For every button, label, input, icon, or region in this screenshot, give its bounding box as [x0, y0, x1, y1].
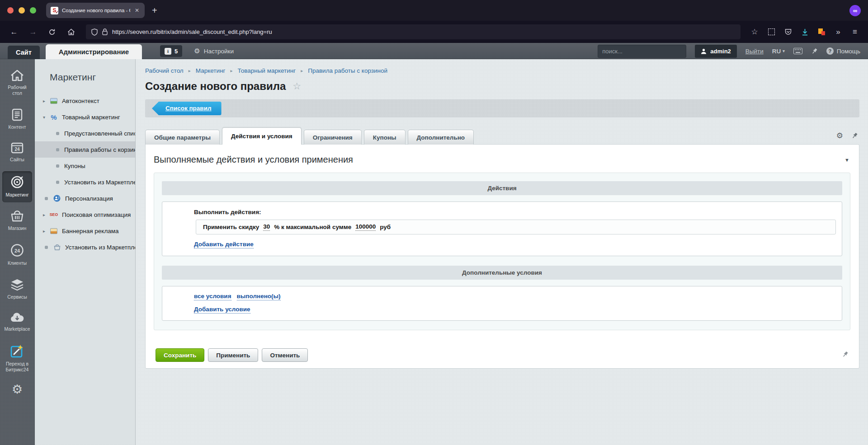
- menu-item-banner-ads[interactable]: ▸ Баннерная реклама: [35, 223, 135, 239]
- tab-coupons[interactable]: Купоны: [364, 130, 406, 145]
- sidebar-item-sites[interactable]: 24 Сайты: [2, 138, 32, 167]
- expand-right-icon[interactable]: ▸: [43, 212, 50, 217]
- form-pin-icon[interactable]: [851, 132, 858, 139]
- expand-right-icon[interactable]: ▸: [43, 98, 50, 103]
- page-title: Создание нового правила: [145, 80, 286, 93]
- expand-down-icon[interactable]: ▾: [43, 115, 50, 120]
- new-tab-button[interactable]: +: [152, 5, 157, 16]
- menu-item-autocontext[interactable]: ▸ Автоконтекст: [35, 93, 135, 109]
- sidebar-item-services[interactable]: Сервисы: [2, 274, 32, 304]
- window-zoom-button[interactable]: [30, 7, 36, 14]
- tab-restrictions[interactable]: Ограничения: [304, 130, 362, 145]
- administration-tab[interactable]: Администрирование: [46, 44, 142, 59]
- discount-value[interactable]: 30: [263, 223, 270, 231]
- adblock-extension-icon[interactable]: [815, 25, 828, 39]
- logout-link[interactable]: Выйти: [745, 48, 764, 55]
- tab-general-params[interactable]: Общие параметры: [145, 130, 220, 145]
- breadcrumb-link-cart-rules[interactable]: Правила работы с корзиной: [308, 67, 387, 74]
- browser-tab-bar: S✓ Создание нового правила - Се ✕ + ∞: [0, 0, 868, 21]
- apply-button[interactable]: Применить: [208, 348, 258, 362]
- help-label: Помощь: [837, 48, 860, 55]
- sidebar-item-marketplace[interactable]: Marketplace: [2, 308, 32, 337]
- downloads-icon[interactable]: [798, 25, 811, 39]
- form-settings-gear-icon[interactable]: ⚙: [836, 131, 843, 141]
- overflow-menu-icon[interactable]: »: [831, 25, 845, 39]
- actions-conditions-block: Действия Выполнить действия: Применить с…: [154, 173, 850, 330]
- menu-item-coupons[interactable]: Купоны: [35, 158, 135, 174]
- menu-item-install-marketplace-2[interactable]: Установить из Маркетплейса: [35, 239, 135, 255]
- add-action-link[interactable]: Добавить действие: [194, 241, 254, 248]
- lock-icon: [102, 28, 108, 35]
- screenshot-extension-icon[interactable]: [764, 25, 778, 39]
- window-minimize-button[interactable]: [19, 7, 25, 14]
- all-conditions-selector[interactable]: все условия: [194, 293, 231, 300]
- nav-home-icon[interactable]: [63, 25, 79, 39]
- sidebar-item-bitrix24[interactable]: Переход в Битрикс24: [2, 340, 32, 377]
- browser-tab[interactable]: S✓ Создание нового правила - Се ✕: [46, 3, 145, 18]
- buttons-pin-icon[interactable]: [842, 351, 849, 360]
- settings-button[interactable]: ⚙ Настройки: [194, 47, 234, 55]
- menu-item-install-marketplace-1[interactable]: Установить из Маркетплейса: [35, 174, 135, 190]
- picture-icon: [50, 97, 58, 104]
- sidebar-item-marketing[interactable]: Маркетинг: [2, 171, 32, 202]
- window-close-button[interactable]: [7, 7, 14, 14]
- section-collapse-icon[interactable]: ▼: [844, 157, 849, 163]
- pin-panel-icon[interactable]: [811, 48, 818, 55]
- hamburger-menu-icon[interactable]: ≡: [848, 25, 862, 39]
- sidebar-item-content[interactable]: Контент: [2, 104, 32, 135]
- admin-top-bar: Сайт Администрирование i 5 ⚙ Настройки a…: [0, 43, 868, 59]
- url-text: https://seoven.ru/bitrix/admin/sale_disc…: [112, 28, 272, 35]
- nav-forward-icon[interactable]: →: [25, 25, 41, 39]
- cancel-button[interactable]: Отменить: [262, 348, 308, 362]
- sidebar-item-shop[interactable]: Магазин: [2, 206, 32, 236]
- save-button[interactable]: Сохранить: [156, 348, 204, 362]
- browser-navbar: ← → https://seoven.ru/bitrix/admin/sale_…: [0, 21, 868, 43]
- hotkeys-keyboard-icon[interactable]: [793, 48, 802, 54]
- max-sum-value[interactable]: 100000: [355, 223, 376, 231]
- user-menu-button[interactable]: admin2: [695, 45, 737, 58]
- menu-item-personalization[interactable]: Персонализация: [35, 190, 135, 206]
- nav-reload-icon[interactable]: [44, 25, 60, 39]
- tab-close-icon[interactable]: ✕: [134, 7, 140, 14]
- menu-item-preset-list[interactable]: Предустановленный список: [35, 125, 135, 141]
- site-view-button[interactable]: Сайт: [8, 46, 40, 59]
- sidebar-item-desktop[interactable]: Рабочий стол: [2, 66, 32, 101]
- help-button[interactable]: ? Помощь: [826, 47, 860, 55]
- conditions-box: все условия выполнено(ы) Добавить услови…: [162, 286, 842, 321]
- menu-item-product-marketing[interactable]: ▾ % Товарный маркетинг: [35, 109, 135, 125]
- rules-list-button[interactable]: Список правил: [152, 102, 222, 115]
- sidebar-item-clients[interactable]: 24 Клиенты: [2, 239, 32, 271]
- tab-actions-conditions[interactable]: Действия и условия: [222, 127, 302, 145]
- url-bar[interactable]: https://seoven.ru/bitrix/admin/sale_disc…: [86, 24, 741, 39]
- personalization-icon: [53, 195, 61, 202]
- user-icon: [701, 48, 707, 54]
- notification-count: 5: [175, 48, 178, 55]
- seo-icon: SEO: [50, 211, 58, 218]
- bookmark-star-icon[interactable]: ☆: [748, 25, 761, 39]
- bullet-icon: [45, 246, 48, 249]
- bitrix24-icon: [10, 344, 24, 358]
- language-selector[interactable]: RU ▾: [772, 48, 785, 55]
- window-controls: [7, 7, 36, 14]
- menu-item-seo[interactable]: ▸ SEO Поисковая оптимизация: [35, 206, 135, 223]
- basket-icon: [10, 210, 24, 222]
- breadcrumb-link-desktop[interactable]: Рабочий стол: [145, 67, 184, 74]
- settings-label: Настройки: [204, 48, 234, 55]
- menu-item-cart-rules[interactable]: Правила работы с корзиной: [35, 141, 135, 158]
- favorite-star-icon[interactable]: ☆: [292, 81, 301, 92]
- search-input[interactable]: [602, 48, 682, 55]
- nav-back-icon[interactable]: ←: [6, 25, 22, 39]
- expand-right-icon[interactable]: ▸: [43, 229, 50, 234]
- breadcrumb-link-product-marketing[interactable]: Товарный маркетинг: [237, 67, 296, 74]
- fulfilled-selector[interactable]: выполнено(ы): [237, 293, 281, 300]
- breadcrumb-link-marketing[interactable]: Маркетинг: [196, 67, 226, 74]
- target-icon: [10, 175, 24, 189]
- browser-profile-avatar[interactable]: ∞: [849, 5, 861, 16]
- notifications-badge[interactable]: i 5: [160, 45, 182, 57]
- tab-additional[interactable]: Дополнительно: [408, 130, 474, 145]
- sidebar-settings-gear-icon[interactable]: ⚙: [12, 384, 23, 396]
- add-condition-link[interactable]: Добавить условие: [194, 306, 250, 314]
- admin-search[interactable]: [598, 45, 686, 58]
- cloud-download-icon: [10, 312, 24, 323]
- pocket-icon[interactable]: [781, 25, 795, 39]
